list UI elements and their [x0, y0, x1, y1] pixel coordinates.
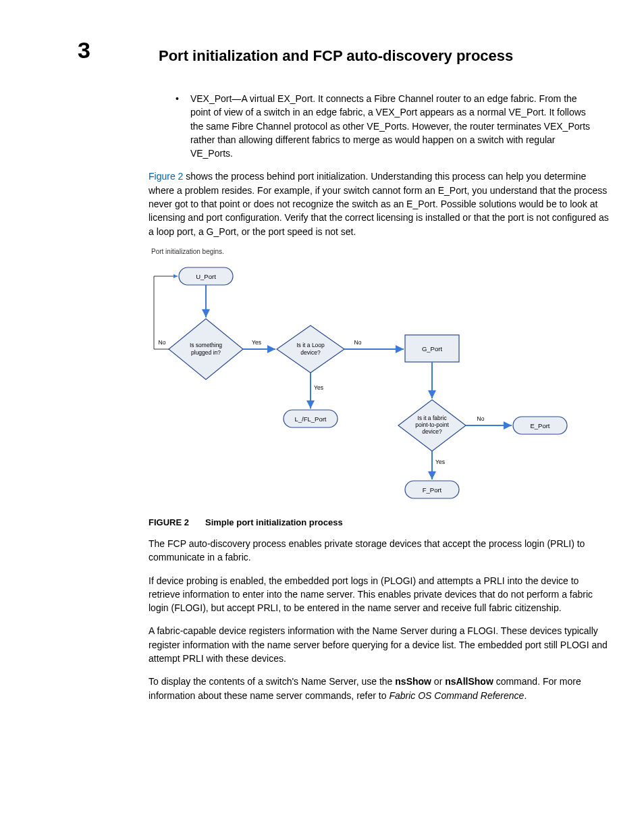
label-yes3: Yes [435, 459, 445, 465]
label-no3: No [477, 415, 485, 422]
figure-number: FIGURE 2 [149, 517, 189, 527]
label-eport: E_Port [530, 422, 549, 429]
bullet-text: A virtual EX_Port. It connects a Fibre C… [190, 93, 590, 159]
figure-title: Simple port initialization process [205, 517, 343, 527]
label-yes2: Yes [314, 384, 323, 391]
label-no2: No [354, 339, 362, 346]
label-q2a: Is it a Loop [296, 342, 325, 348]
paragraph-4: To display the contents of a switch's Na… [149, 675, 610, 702]
paragraph-3: A fabric-capable device registers inform… [149, 624, 610, 665]
label-q1b: plugged in? [191, 349, 221, 356]
label-q1a: Is something [190, 342, 222, 348]
figure-caption: FIGURE 2Simple port initialization proce… [149, 517, 610, 527]
label-gport: G_Port [422, 345, 442, 353]
label-no1: No [159, 339, 166, 346]
label-fport: F_Port [423, 486, 442, 494]
label-q3c: device? [422, 428, 442, 435]
paragraph-2: If device probing is enabled, the embedd… [149, 574, 610, 615]
command-nsallshow: nsAllShow [445, 676, 493, 687]
command-nsshow: nsShow [395, 676, 431, 687]
flowchart-intro: Port initialization begins. [151, 248, 610, 255]
label-q2b: device? [300, 349, 321, 356]
label-q3b: point-to-point [415, 421, 449, 428]
figure-reference-link[interactable]: Figure 2 [149, 171, 183, 182]
page-title: Port initialization and FCP auto-discove… [159, 47, 610, 65]
label-u-port: U_Port [196, 273, 216, 280]
bullet-item: • VEX_Port—A virtual EX_Port. It connect… [176, 92, 610, 160]
label-lfl: L_/FL_Port [295, 415, 327, 423]
label-yes1: Yes [252, 339, 261, 346]
intro-text: shows the process behind port initializa… [149, 171, 609, 236]
bullet-lead: VEX_Port— [190, 93, 241, 104]
intro-paragraph: Figure 2 shows the process behind port i… [149, 170, 610, 238]
flowchart: Port initialization begins. U_Port Is so… [149, 248, 610, 508]
flowchart-svg: U_Port Is something plugged in? Is it a … [149, 258, 581, 508]
bullet-marker: • [176, 92, 188, 105]
arrow-no-loop [154, 276, 178, 349]
paragraph-1: The FCP auto-discovery process enables p… [149, 537, 610, 565]
reference-title: Fabric OS Command Reference [389, 690, 524, 701]
label-q3a: Is it a fabric [417, 415, 447, 421]
chapter-number: 3 [78, 37, 90, 63]
